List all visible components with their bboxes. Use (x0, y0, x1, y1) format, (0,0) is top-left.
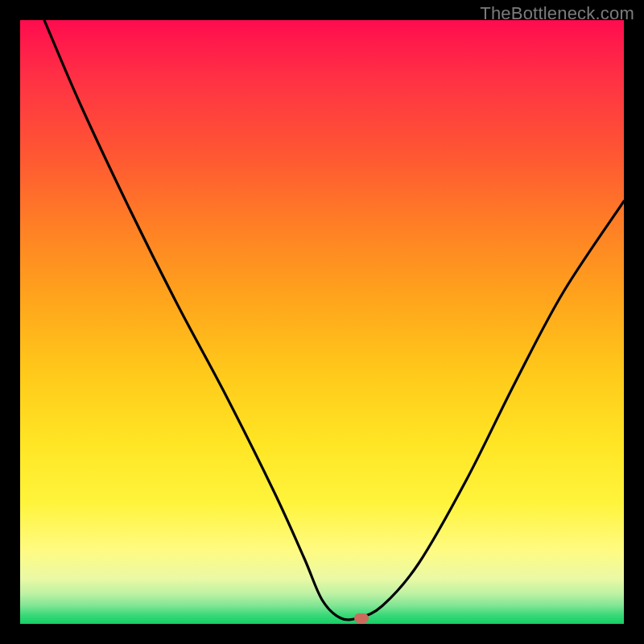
bottleneck-marker (354, 613, 369, 623)
watermark-text: TheBottleneck.com (480, 3, 634, 24)
chart-frame: TheBottleneck.com (0, 0, 644, 644)
chart-background-gradient (20, 20, 624, 624)
